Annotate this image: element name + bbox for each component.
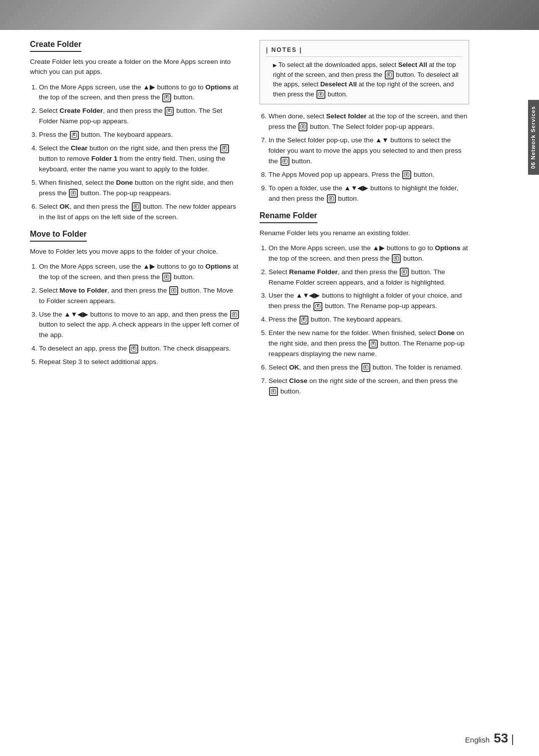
e-button-icon: E [280,157,289,166]
list-item: User the ▲▼◀▶ buttons to highlight a fol… [269,291,469,312]
move-to-folder-steps-cont: When done, select Select folder at the t… [260,111,469,204]
list-item: To select all the downloaded apps, selec… [273,60,463,99]
e-button-icon: E [69,189,78,198]
list-item: When done, select Select folder at the t… [269,111,469,132]
page-pipe: | [511,733,514,745]
list-item: To deselect an app, press the E button. … [39,344,240,354]
list-item: Select OK, and then press the E button. … [269,363,469,373]
e-button-icon: E [169,286,178,295]
page-number: 53 [494,731,508,746]
e-button-icon: E [132,202,141,211]
e-button-icon: E [230,310,239,319]
e-button-icon: E [316,90,325,99]
e-button-icon: E [269,387,278,396]
left-column: Create Folder Create Folder lets you cre… [30,40,240,404]
list-item: On the More Apps screen, use the ▲▶ butt… [39,262,240,283]
e-button-icon: E [298,122,307,131]
main-content: Create Folder Create Folder lets you cre… [30,40,514,726]
e-button-icon: E [385,70,394,79]
list-item: Press the E button. The keyboard appears… [39,130,240,140]
create-folder-section: Create Folder Create Folder lets you cre… [30,40,240,223]
e-button-icon: E [220,144,229,153]
list-item: Select Move to Folder, and then press th… [39,286,240,307]
notes-list: To select all the downloaded apps, selec… [266,60,463,99]
rename-folder-title: Rename Folder [260,211,317,223]
notes-title: | NOTES | [266,45,463,57]
top-bar [0,0,539,30]
list-item: On the More Apps screen, use the ▲▶ butt… [269,243,469,264]
list-item: Select Create Folder, and then press the… [39,106,240,127]
list-item: Select Close on the right side of the sc… [269,376,469,397]
e-button-icon: E [327,194,336,203]
list-item: To open a folder, use the ▲▼◀▶ buttons t… [269,183,469,204]
e-button-icon: E [165,107,174,116]
e-button-icon: E [313,302,322,311]
e-button-icon: E [299,316,308,325]
list-item: Repeat Step 3 to select additional apps. [39,357,240,368]
e-button-icon: E [162,273,171,282]
move-to-folder-title: Move to Folder [30,230,87,242]
e-button-icon: E [392,254,401,263]
create-folder-steps: On the More Apps screen, use the ▲▶ butt… [30,82,240,223]
e-button-icon: E [400,268,409,277]
list-item: Enter the new name for the folder. When … [269,328,469,360]
list-item: Select OK, and then press the E button. … [39,202,240,223]
move-to-folder-section: Move to Folder Move to Folder lets you m… [30,230,240,368]
page-wrapper: 06 Network Services Create Folder Create… [0,0,539,756]
move-to-folder-steps: On the More Apps screen, use the ▲▶ butt… [30,262,240,368]
move-to-folder-intro: Move to Folder lets you move apps to the… [30,247,240,257]
e-button-icon: E [369,340,378,349]
list-item: In the Select folder pop-up, use the ▲▼ … [269,135,469,167]
e-button-icon: E [129,345,138,354]
right-column: | NOTES | To select all the downloaded a… [260,40,469,404]
e-button-icon: E [70,131,79,140]
rename-folder-steps: On the More Apps screen, use the ▲▶ butt… [260,243,469,397]
list-item: On the More Apps screen, use the ▲▶ butt… [39,82,240,103]
language-label: English [465,736,490,744]
side-tab: 06 Network Services [528,100,539,175]
create-folder-title: Create Folder [30,40,81,52]
e-button-icon: E [402,170,411,179]
create-folder-intro: Create Folder lets you create a folder o… [30,57,240,77]
bottom-page-info: English 53 | [465,731,514,746]
rename-folder-intro: Rename Folder lets you rename an existin… [260,228,469,238]
list-item: Select Rename Folder, and then press the… [269,267,469,288]
e-button-icon: E [162,93,171,102]
rename-folder-section: Rename Folder Rename Folder lets you ren… [260,211,469,397]
list-item: Press the E button. The keyboard appears… [269,315,469,325]
list-item: When finished, select the Done button on… [39,178,240,199]
two-column-layout: Create Folder Create Folder lets you cre… [30,40,514,404]
list-item: The Apps Moved pop up appears. Press the… [269,170,469,180]
e-button-icon: E [361,363,370,372]
list-item: Select the Clear button on the right sid… [39,143,240,175]
list-item: Use the ▲▼◀▶ buttons to move to an app, … [39,310,240,341]
notes-box: | NOTES | To select all the downloaded a… [260,40,469,104]
